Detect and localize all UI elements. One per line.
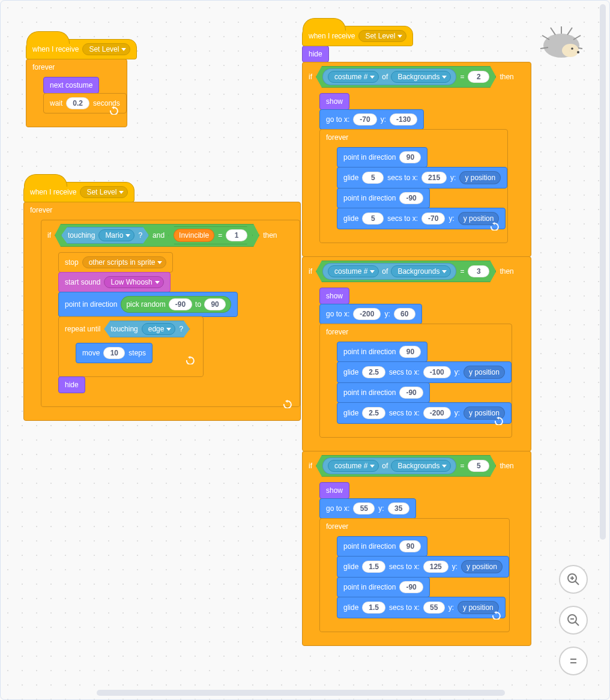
broadcast-dropdown[interactable]: Set Level xyxy=(358,30,406,42)
zoom-out-button[interactable] xyxy=(559,606,588,635)
go-to-xy-block[interactable]: go to x: -70 y: -130 xyxy=(319,109,424,130)
touching-reporter[interactable]: touching Mario ? xyxy=(61,227,149,244)
goto-x-input[interactable]: -200 xyxy=(353,308,381,320)
when-i-receive-hat[interactable]: when I receive Set Level xyxy=(26,39,137,59)
goto-y-input[interactable]: -130 xyxy=(390,113,417,125)
point-in-direction-block[interactable]: point in direction 90 xyxy=(337,342,427,362)
glide-x-input[interactable]: 125 xyxy=(423,561,448,573)
goto-x-input[interactable]: -70 xyxy=(353,113,376,125)
script-1[interactable]: when I receive Set Level forever next co… xyxy=(26,31,137,127)
glide-x-input[interactable]: -70 xyxy=(421,213,445,225)
touching-target-dropdown[interactable]: Mario xyxy=(98,229,134,241)
point-in-direction-block[interactable]: point in direction -90 xyxy=(337,577,430,597)
glide-block[interactable]: glide 2.5 secs to x: -200 y: y position xyxy=(337,402,512,424)
goto-y-input[interactable]: 35 xyxy=(388,502,409,514)
costume-of-reporter[interactable]: costume # of Backgrounds xyxy=(322,68,456,85)
equals-value-input[interactable]: 2 xyxy=(468,71,489,83)
glide-secs-input[interactable]: 5 xyxy=(362,172,384,184)
y-position-reporter[interactable]: y position xyxy=(464,366,505,379)
glide-block[interactable]: glide 2.5 secs to x: -100 y: y position xyxy=(337,361,512,383)
variable-invincible[interactable]: Invincible xyxy=(174,229,214,242)
forever-block[interactable]: forever point in direction 90 glide 5 se… xyxy=(319,129,508,243)
costume-attr-dropdown[interactable]: costume # xyxy=(328,460,379,472)
forever-block[interactable]: forever point in direction 90 glide 2.5 … xyxy=(319,324,512,438)
broadcast-dropdown[interactable]: Set Level xyxy=(80,186,128,198)
y-position-reporter[interactable]: y position xyxy=(459,171,501,184)
glide-secs-input[interactable]: 2.5 xyxy=(362,366,385,378)
if-block[interactable]: if costume # of Backgrounds = 5 then sho… xyxy=(302,451,531,646)
sound-dropdown[interactable]: Low Whoosh xyxy=(104,276,163,288)
vertical-scrollbar[interactable] xyxy=(600,4,606,540)
hide-block[interactable]: hide xyxy=(58,376,85,393)
point-in-direction-block[interactable]: point in direction 90 xyxy=(337,536,427,557)
goto-x-input[interactable]: 55 xyxy=(353,502,375,514)
equals-operator[interactable]: costume # of Backgrounds = 2 xyxy=(316,66,496,88)
glide-x-input[interactable]: -200 xyxy=(423,407,451,419)
glide-block[interactable]: glide 1.5 secs to x: 125 y: y position xyxy=(337,556,509,578)
point-in-direction-block[interactable]: point in direction -90 xyxy=(337,188,430,208)
direction-input[interactable]: 90 xyxy=(399,151,421,163)
costume-of-reporter[interactable]: costume # of Backgrounds xyxy=(322,457,456,474)
show-block[interactable]: show xyxy=(319,288,349,304)
point-in-direction-block[interactable]: point in direction pick random -90 to 90 xyxy=(58,292,238,317)
broadcast-dropdown[interactable]: Set Level xyxy=(82,43,130,55)
glide-x-input[interactable]: 55 xyxy=(423,602,445,614)
glide-block[interactable]: glide 5 secs to x: -70 y: y position xyxy=(337,208,506,229)
random-from-input[interactable]: -90 xyxy=(169,298,192,310)
direction-input[interactable]: -90 xyxy=(399,387,423,399)
direction-input[interactable]: -90 xyxy=(399,192,423,204)
direction-input[interactable]: 90 xyxy=(399,346,421,358)
equals-operator[interactable]: Invincible = 1 xyxy=(168,226,253,244)
show-block[interactable]: show xyxy=(319,93,349,110)
scratch-workspace[interactable]: when I receive Set Level forever next co… xyxy=(0,0,610,700)
when-i-receive-hat[interactable]: when I receive Set Level xyxy=(302,26,413,46)
hide-block[interactable]: hide xyxy=(302,46,329,62)
equals-value-input[interactable]: 3 xyxy=(468,265,489,277)
costume-attr-dropdown[interactable]: costume # xyxy=(328,71,379,83)
glide-secs-input[interactable]: 1.5 xyxy=(362,561,385,573)
script-2[interactable]: when I receive Set Level forever if touc… xyxy=(23,173,301,421)
stop-option-dropdown[interactable]: other scripts in sprite xyxy=(82,256,167,268)
costume-of-reporter[interactable]: costume # of Backgrounds xyxy=(322,263,456,280)
costume-target-dropdown[interactable]: Backgrounds xyxy=(391,71,451,83)
random-to-input[interactable]: 90 xyxy=(204,298,226,310)
and-operator[interactable]: touching Mario ? and Invincible = 1 xyxy=(55,224,259,247)
script-3[interactable]: when I receive Set Level hide if costume… xyxy=(302,17,531,646)
direction-input[interactable]: -90 xyxy=(399,581,423,593)
glide-x-input[interactable]: 215 xyxy=(421,172,447,184)
if-block[interactable]: if costume # of Backgrounds = 3 then sho… xyxy=(302,256,531,451)
goto-y-input[interactable]: 60 xyxy=(394,308,415,320)
touching-target-dropdown[interactable]: edge xyxy=(142,323,176,335)
y-position-reporter[interactable]: y position xyxy=(461,560,503,573)
if-block[interactable]: if touching Mario ? and Invincible xyxy=(41,220,300,407)
next-costume-block[interactable]: next costume xyxy=(43,77,99,94)
show-block[interactable]: show xyxy=(319,482,349,499)
forever-block[interactable]: forever next costume wait 0.2 seconds xyxy=(26,59,127,127)
equals-operator[interactable]: costume # of Backgrounds = 5 xyxy=(316,455,496,477)
when-i-receive-hat[interactable]: when I receive Set Level xyxy=(23,182,134,202)
glide-x-input[interactable]: -100 xyxy=(423,366,451,378)
glide-secs-input[interactable]: 5 xyxy=(362,213,384,225)
go-to-xy-block[interactable]: go to x: -200 y: 60 xyxy=(319,304,422,324)
forever-block[interactable]: forever point in direction 90 glide 1.5 … xyxy=(319,518,510,632)
equals-value-input[interactable]: 5 xyxy=(468,460,489,472)
glide-block[interactable]: glide 5 secs to x: 215 y: y position xyxy=(337,167,507,189)
equals-value-input[interactable]: 1 xyxy=(226,229,247,241)
if-block[interactable]: if costume # of Backgrounds = 2 then sho… xyxy=(302,62,531,257)
costume-target-dropdown[interactable]: Backgrounds xyxy=(391,460,451,472)
zoom-in-button[interactable] xyxy=(559,565,588,594)
wait-seconds-input[interactable]: 0.2 xyxy=(66,97,89,109)
costume-target-dropdown[interactable]: Backgrounds xyxy=(391,265,451,277)
direction-input[interactable]: 90 xyxy=(399,540,421,552)
glide-secs-input[interactable]: 1.5 xyxy=(362,602,385,614)
stop-block[interactable]: stop other scripts in sprite xyxy=(58,252,173,273)
move-steps-block[interactable]: move 10 steps xyxy=(76,343,152,363)
repeat-until-block[interactable]: repeat until touching edge ? xyxy=(58,316,204,377)
zoom-reset-button[interactable] xyxy=(559,647,588,675)
touching-reporter[interactable]: touching edge ? xyxy=(104,321,190,337)
forever-block[interactable]: forever if touching Mario ? and xyxy=(23,202,301,421)
pick-random-reporter[interactable]: pick random -90 to 90 xyxy=(121,296,231,313)
glide-secs-input[interactable]: 2.5 xyxy=(362,407,385,419)
equals-operator[interactable]: costume # of Backgrounds = 3 xyxy=(316,261,496,282)
point-in-direction-block[interactable]: point in direction -90 xyxy=(337,382,430,403)
